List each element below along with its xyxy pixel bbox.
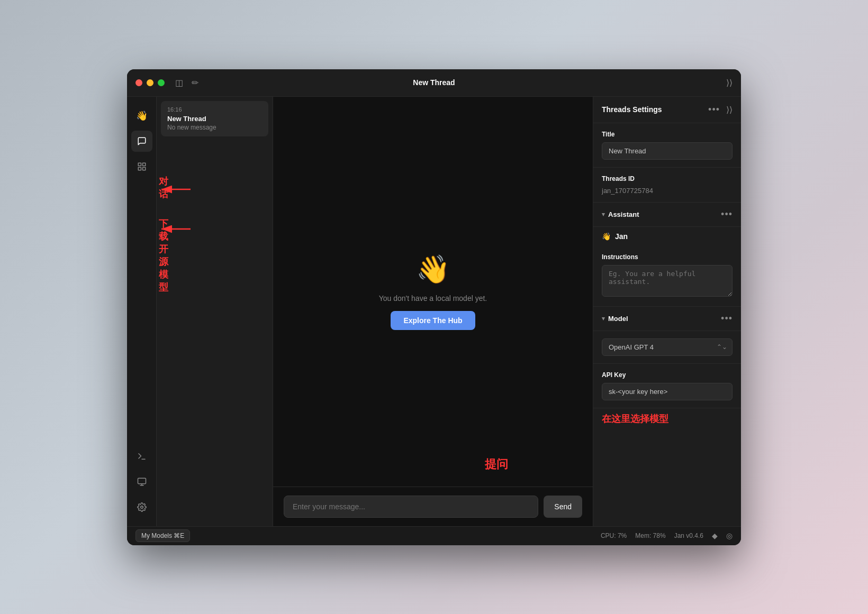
chat-body: 👋 You don't have a local model yet. Expl… (273, 97, 593, 487)
model-three-dots-icon[interactable]: ••• (721, 313, 733, 324)
collapse-right-icon[interactable]: ⟩⟩ (726, 105, 733, 115)
model-section-label: Model (608, 315, 628, 323)
window-title: New Thread (413, 78, 455, 87)
chat-area: 👋 You don't have a local model yet. Expl… (273, 97, 593, 526)
svg-rect-1 (142, 163, 145, 166)
thread-title: New Thread (167, 115, 262, 123)
threads-id-section: Threads ID jan_1707725784 (593, 168, 741, 203)
model-select[interactable]: OpenAI GPT 4 (602, 338, 733, 356)
api-key-section: API Key (593, 364, 741, 408)
app-window: ◫ ✏ New Thread ⟩⟩ 👋 (127, 69, 741, 545)
discord-icon[interactable]: ◆ (712, 531, 718, 540)
svg-rect-3 (138, 167, 141, 170)
status-bar-right: CPU: 7% Mem: 78% Jan v0.4.6 ◆ ◎ (601, 531, 733, 540)
mem-stat: Mem: 78% (635, 532, 665, 539)
cpu-stat: CPU: 7% (601, 532, 627, 539)
titlebar-icons: ◫ ✏ (175, 78, 198, 88)
right-panel-title: Threads Settings (602, 105, 662, 114)
three-dots-icon[interactable]: ••• (708, 104, 720, 115)
status-bar-left: My Models ⌘E (135, 529, 190, 542)
instructions-section: Instructions (593, 246, 741, 307)
chat-input-area: Send (273, 487, 593, 526)
svg-rect-0 (138, 163, 141, 166)
right-panel: Threads Settings ••• ⟩⟩ Title Threads ID… (593, 97, 741, 526)
model-select-wrapper: OpenAI GPT 4 ⌃⌄ (602, 338, 733, 356)
api-key-label: API Key (602, 371, 733, 379)
edit-icon[interactable]: ✏ (192, 78, 198, 88)
svg-rect-2 (142, 167, 145, 170)
version-label: Jan v0.4.6 (674, 532, 703, 539)
sidebar-item-chat[interactable] (131, 131, 152, 152)
assistant-section-label: Assistant (608, 210, 639, 218)
title-label: Title (602, 131, 733, 138)
assistant-section-left: ▾ Assistant (602, 210, 639, 218)
annotation-select-model: 在这里选择模型 (593, 408, 741, 429)
explore-hub-button[interactable]: Explore The Hub (391, 311, 475, 330)
traffic-lights (135, 79, 165, 86)
assistant-chevron-icon: ▾ (602, 211, 605, 218)
assistant-section-header[interactable]: ▾ Assistant ••• (593, 203, 741, 227)
close-button[interactable] (135, 79, 142, 86)
assistant-three-dots-icon[interactable]: ••• (721, 209, 733, 220)
instructions-textarea[interactable] (602, 265, 733, 297)
send-button[interactable]: Send (544, 496, 582, 518)
sidebar-item-terminal[interactable] (131, 446, 152, 467)
instructions-label: Instructions (602, 253, 733, 261)
thread-item[interactable]: 16:16 New Thread No new message (161, 101, 268, 136)
sidebar-toggle-icon[interactable]: ◫ (175, 78, 183, 88)
model-chevron-icon: ▾ (602, 315, 605, 322)
assistant-name-row: 👋 Jan (593, 227, 741, 246)
sidebar-item-wave[interactable]: 👋 (131, 105, 152, 126)
thread-list: 16:16 New Thread No new message (157, 97, 273, 526)
chat-empty-message: You don't have a local model yet. (379, 294, 487, 303)
status-bar: My Models ⌘E CPU: 7% Mem: 78% Jan v0.4.6… (127, 526, 741, 545)
assistant-name-text: Jan (615, 232, 628, 241)
sidebar-item-grid[interactable] (131, 156, 152, 177)
svg-rect-5 (138, 478, 146, 484)
sidebar: 👋 (127, 97, 157, 526)
assistant-emoji-icon: 👋 (602, 232, 611, 241)
model-section-left: ▾ Model (602, 315, 628, 323)
title-input[interactable] (602, 142, 733, 160)
threads-id-label: Threads ID (602, 175, 733, 182)
model-section-header[interactable]: ▾ Model ••• (593, 307, 741, 331)
title-bar: ◫ ✏ New Thread ⟩⟩ (127, 69, 741, 97)
my-models-button[interactable]: My Models ⌘E (135, 529, 190, 542)
api-key-input[interactable] (602, 383, 733, 400)
main-layout: 👋 (127, 97, 741, 526)
maximize-button[interactable] (158, 79, 165, 86)
right-panel-header-icons: ••• ⟩⟩ (708, 104, 733, 115)
chat-empty-emoji: 👋 (416, 253, 450, 286)
github-icon[interactable]: ◎ (726, 531, 733, 540)
threads-id-value: jan_1707725784 (602, 187, 733, 195)
thread-preview: No new message (167, 124, 262, 131)
sidebar-item-monitor[interactable] (131, 471, 152, 492)
collapse-panel-icon[interactable]: ⟩⟩ (726, 78, 733, 88)
message-input[interactable] (284, 496, 538, 518)
minimize-button[interactable] (147, 79, 153, 86)
right-panel-header: Threads Settings ••• ⟩⟩ (593, 97, 741, 123)
model-select-section: OpenAI GPT 4 ⌃⌄ (593, 331, 741, 364)
thread-time: 16:16 (167, 106, 262, 113)
title-section: Title (593, 123, 741, 168)
svg-point-8 (140, 506, 143, 508)
sidebar-item-settings[interactable] (131, 497, 152, 518)
